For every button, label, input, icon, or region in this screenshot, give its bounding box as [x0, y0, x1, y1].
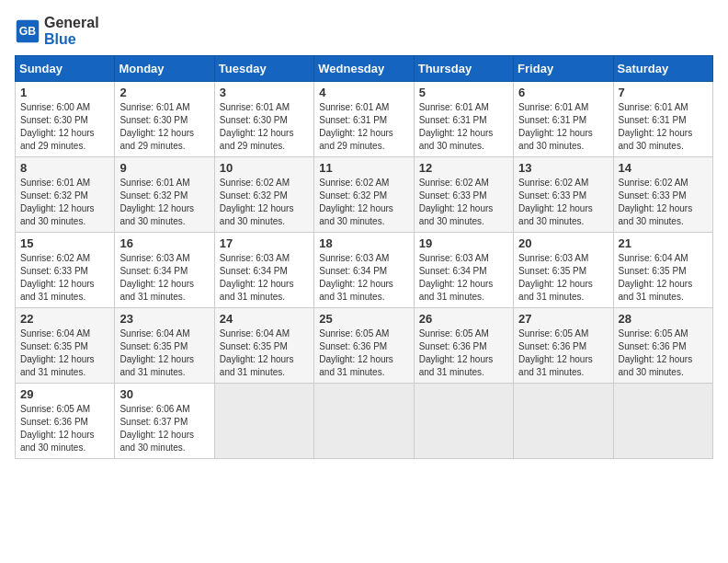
cell-content: Sunrise: 6:01 AM Sunset: 6:32 PM Dayligh… [20, 177, 109, 228]
cell-content: Sunrise: 6:02 AM Sunset: 6:33 PM Dayligh… [419, 177, 508, 228]
calendar-cell [514, 384, 613, 459]
calendar-cell: 28 Sunrise: 6:05 AM Sunset: 6:36 PM Dayl… [613, 308, 712, 384]
day-number: 25 [319, 312, 408, 326]
day-number: 7 [619, 86, 708, 99]
calendar-cell: 18 Sunrise: 6:03 AM Sunset: 6:34 PM Dayl… [314, 233, 414, 308]
day-number: 18 [319, 236, 408, 250]
calendar-cell [414, 384, 513, 459]
weekday-header-saturday: Saturday [613, 56, 712, 82]
calendar-cell: 24 Sunrise: 6:04 AM Sunset: 6:35 PM Dayl… [214, 308, 313, 384]
calendar-table: SundayMondayTuesdayWednesdayThursdayFrid… [15, 55, 713, 459]
day-number: 23 [119, 312, 209, 326]
day-number: 12 [419, 161, 508, 175]
calendar-cell: 5 Sunrise: 6:01 AM Sunset: 6:31 PM Dayli… [414, 82, 513, 157]
calendar-cell [214, 384, 313, 459]
cell-content: Sunrise: 6:01 AM Sunset: 6:31 PM Dayligh… [619, 101, 708, 153]
cell-content: Sunrise: 6:05 AM Sunset: 6:36 PM Dayligh… [419, 327, 508, 379]
day-number: 8 [20, 161, 109, 175]
day-number: 16 [119, 236, 209, 250]
page-header: GB General Blue [15, 15, 713, 48]
day-number: 1 [20, 86, 109, 99]
calendar-cell: 9 Sunrise: 6:01 AM Sunset: 6:32 PM Dayli… [115, 157, 214, 233]
cell-content: Sunrise: 6:00 AM Sunset: 6:30 PM Dayligh… [20, 101, 109, 153]
day-number: 27 [518, 312, 608, 326]
calendar-cell: 27 Sunrise: 6:05 AM Sunset: 6:36 PM Dayl… [514, 308, 613, 384]
calendar-cell [314, 384, 414, 459]
cell-content: Sunrise: 6:03 AM Sunset: 6:34 PM Dayligh… [220, 252, 309, 304]
day-number: 21 [619, 236, 708, 250]
calendar-cell: 21 Sunrise: 6:04 AM Sunset: 6:35 PM Dayl… [613, 233, 712, 308]
cell-content: Sunrise: 6:02 AM Sunset: 6:32 PM Dayligh… [220, 177, 309, 228]
calendar-cell: 3 Sunrise: 6:01 AM Sunset: 6:30 PM Dayli… [214, 82, 313, 157]
weekday-header-sunday: Sunday [16, 56, 115, 82]
day-number: 4 [319, 86, 408, 99]
calendar-week-1: 1 Sunrise: 6:00 AM Sunset: 6:30 PM Dayli… [16, 82, 713, 157]
cell-content: Sunrise: 6:04 AM Sunset: 6:35 PM Dayligh… [119, 327, 209, 379]
cell-content: Sunrise: 6:05 AM Sunset: 6:36 PM Dayligh… [518, 327, 608, 379]
day-number: 30 [119, 387, 209, 401]
calendar-cell [613, 384, 712, 459]
day-number: 20 [518, 236, 608, 250]
day-number: 10 [220, 161, 309, 175]
cell-content: Sunrise: 6:05 AM Sunset: 6:36 PM Dayligh… [619, 327, 708, 379]
calendar-cell: 10 Sunrise: 6:02 AM Sunset: 6:32 PM Dayl… [214, 157, 313, 233]
weekday-header-friday: Friday [514, 56, 613, 82]
logo-icon: GB [15, 18, 40, 44]
calendar-cell: 7 Sunrise: 6:01 AM Sunset: 6:31 PM Dayli… [613, 82, 712, 157]
day-number: 13 [518, 161, 608, 175]
logo: GB General Blue [15, 15, 99, 48]
calendar-cell: 15 Sunrise: 6:02 AM Sunset: 6:33 PM Dayl… [16, 233, 115, 308]
calendar-cell: 12 Sunrise: 6:02 AM Sunset: 6:33 PM Dayl… [414, 157, 513, 233]
day-number: 3 [220, 86, 309, 99]
calendar-week-4: 22 Sunrise: 6:04 AM Sunset: 6:35 PM Dayl… [16, 308, 713, 384]
calendar-cell: 8 Sunrise: 6:01 AM Sunset: 6:32 PM Dayli… [16, 157, 115, 233]
day-number: 24 [220, 312, 309, 326]
day-number: 26 [419, 312, 508, 326]
weekday-header-monday: Monday [115, 56, 214, 82]
cell-content: Sunrise: 6:05 AM Sunset: 6:36 PM Dayligh… [20, 403, 109, 454]
cell-content: Sunrise: 6:05 AM Sunset: 6:36 PM Dayligh… [319, 327, 408, 379]
calendar-cell: 1 Sunrise: 6:00 AM Sunset: 6:30 PM Dayli… [16, 82, 115, 157]
cell-content: Sunrise: 6:03 AM Sunset: 6:34 PM Dayligh… [119, 252, 209, 304]
calendar-week-2: 8 Sunrise: 6:01 AM Sunset: 6:32 PM Dayli… [16, 157, 713, 233]
cell-content: Sunrise: 6:01 AM Sunset: 6:31 PM Dayligh… [419, 101, 508, 153]
day-number: 19 [419, 236, 508, 250]
weekday-header-wednesday: Wednesday [314, 56, 414, 82]
calendar-cell: 30 Sunrise: 6:06 AM Sunset: 6:37 PM Dayl… [115, 384, 214, 459]
cell-content: Sunrise: 6:02 AM Sunset: 6:33 PM Dayligh… [518, 177, 608, 228]
cell-content: Sunrise: 6:01 AM Sunset: 6:30 PM Dayligh… [119, 101, 209, 153]
svg-text:GB: GB [19, 25, 37, 38]
calendar-header-row: SundayMondayTuesdayWednesdayThursdayFrid… [16, 56, 713, 82]
calendar-week-5: 29 Sunrise: 6:05 AM Sunset: 6:36 PM Dayl… [16, 384, 713, 459]
cell-content: Sunrise: 6:01 AM Sunset: 6:31 PM Dayligh… [518, 101, 608, 153]
cell-content: Sunrise: 6:02 AM Sunset: 6:33 PM Dayligh… [20, 252, 109, 304]
calendar-cell: 20 Sunrise: 6:03 AM Sunset: 6:35 PM Dayl… [514, 233, 613, 308]
day-number: 28 [619, 312, 708, 326]
logo-blue: Blue [44, 31, 76, 47]
calendar-cell: 13 Sunrise: 6:02 AM Sunset: 6:33 PM Dayl… [514, 157, 613, 233]
day-number: 2 [119, 86, 209, 99]
calendar-cell: 25 Sunrise: 6:05 AM Sunset: 6:36 PM Dayl… [314, 308, 414, 384]
calendar-cell: 23 Sunrise: 6:04 AM Sunset: 6:35 PM Dayl… [115, 308, 214, 384]
calendar-cell: 19 Sunrise: 6:03 AM Sunset: 6:34 PM Dayl… [414, 233, 513, 308]
weekday-header-thursday: Thursday [414, 56, 513, 82]
day-number: 15 [20, 236, 109, 250]
day-number: 29 [20, 387, 109, 401]
calendar-cell: 6 Sunrise: 6:01 AM Sunset: 6:31 PM Dayli… [514, 82, 613, 157]
cell-content: Sunrise: 6:01 AM Sunset: 6:32 PM Dayligh… [119, 177, 209, 228]
day-number: 11 [319, 161, 408, 175]
calendar-body: 1 Sunrise: 6:00 AM Sunset: 6:30 PM Dayli… [16, 82, 713, 459]
cell-content: Sunrise: 6:01 AM Sunset: 6:30 PM Dayligh… [220, 101, 309, 153]
calendar-cell: 17 Sunrise: 6:03 AM Sunset: 6:34 PM Dayl… [214, 233, 313, 308]
weekday-header-tuesday: Tuesday [214, 56, 313, 82]
calendar-cell: 22 Sunrise: 6:04 AM Sunset: 6:35 PM Dayl… [16, 308, 115, 384]
day-number: 6 [518, 86, 608, 99]
day-number: 17 [220, 236, 309, 250]
day-number: 14 [619, 161, 708, 175]
calendar-cell: 29 Sunrise: 6:05 AM Sunset: 6:36 PM Dayl… [16, 384, 115, 459]
cell-content: Sunrise: 6:03 AM Sunset: 6:34 PM Dayligh… [419, 252, 508, 304]
calendar-cell: 14 Sunrise: 6:02 AM Sunset: 6:33 PM Dayl… [613, 157, 712, 233]
calendar-cell: 2 Sunrise: 6:01 AM Sunset: 6:30 PM Dayli… [115, 82, 214, 157]
calendar-week-3: 15 Sunrise: 6:02 AM Sunset: 6:33 PM Dayl… [16, 233, 713, 308]
calendar-cell: 26 Sunrise: 6:05 AM Sunset: 6:36 PM Dayl… [414, 308, 513, 384]
